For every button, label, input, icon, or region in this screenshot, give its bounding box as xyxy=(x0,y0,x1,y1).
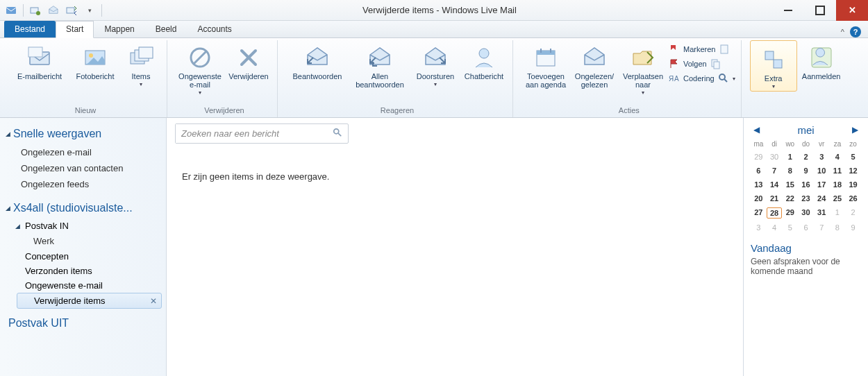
add-calendar-button[interactable]: Toevoegen aan agenda xyxy=(521,40,570,89)
cal-day[interactable]: 1 xyxy=(782,152,798,162)
photo-mail-button[interactable]: Fotobericht xyxy=(71,40,119,80)
cal-day[interactable]: 3 xyxy=(751,223,767,232)
empty-view-message: Er zijn geen items in deze weergave. xyxy=(175,144,735,182)
photo-mail-label: Fotobericht xyxy=(76,72,114,80)
cal-day[interactable]: 7 xyxy=(814,223,830,232)
cal-day[interactable]: 9 xyxy=(845,223,861,232)
prev-month-button[interactable]: ◀ xyxy=(751,123,762,136)
close-icon[interactable]: ✕ xyxy=(150,296,157,306)
qat-new-mail-icon[interactable] xyxy=(27,2,44,19)
nav-drafts[interactable]: Concepten xyxy=(15,249,162,264)
nav-junk-folder[interactable]: Ongewenste e-mail xyxy=(15,278,162,293)
search-box[interactable] xyxy=(175,123,349,144)
qat-reply-icon[interactable] xyxy=(45,2,62,19)
group-actions-label: Acties xyxy=(521,106,737,117)
cal-day[interactable]: 29 xyxy=(751,152,767,162)
cal-day[interactable]: 9 xyxy=(798,166,814,176)
follow-button[interactable]: Volgen xyxy=(667,58,737,70)
help-icon[interactable]: ? xyxy=(850,26,861,37)
new-email-button[interactable]: E-mailbericht xyxy=(8,40,71,80)
nav-unread-mail[interactable]: Ongelezen e-mail xyxy=(6,144,162,160)
nav-unread-contacts[interactable]: Ongelezen van contacten xyxy=(6,160,162,176)
nav-deleted-label: Verwijderde items xyxy=(34,296,106,306)
cal-day[interactable]: 30 xyxy=(767,152,783,162)
search-input[interactable] xyxy=(176,124,327,143)
minimize-button[interactable] xyxy=(772,0,804,21)
cal-day[interactable]: 4 xyxy=(767,223,783,232)
tab-accounts[interactable]: Accounts xyxy=(187,21,242,37)
maximize-button[interactable] xyxy=(804,0,836,21)
cal-day[interactable]: 11 xyxy=(830,166,846,176)
read-unread-button[interactable]: Ongelezen/ gelezen xyxy=(570,40,619,89)
cal-day[interactable]: 22 xyxy=(782,194,798,203)
cal-day[interactable]: 19 xyxy=(845,180,861,189)
search-icon[interactable] xyxy=(327,128,348,140)
cal-day[interactable]: 30 xyxy=(798,207,814,219)
chat-button[interactable]: Chatbericht xyxy=(460,40,508,80)
cal-day[interactable]: 23 xyxy=(798,194,814,203)
title-bar: ▾ Verwijderde items - Windows Live Mail xyxy=(0,0,868,21)
cal-day[interactable]: 28 xyxy=(767,207,783,219)
junk-button[interactable]: Ongewenste e-mail ▾ xyxy=(176,40,224,96)
nav-outbox[interactable]: Postvak UIT xyxy=(6,314,162,334)
cal-day[interactable]: 16 xyxy=(798,180,814,189)
qat-send-receive-icon[interactable] xyxy=(63,2,80,19)
cal-day[interactable]: 18 xyxy=(830,180,846,189)
cal-day[interactable]: 26 xyxy=(845,194,861,203)
cal-day[interactable]: 14 xyxy=(767,180,783,189)
nav-sent[interactable]: Verzonden items xyxy=(15,264,162,278)
new-email-label: E-mailbericht xyxy=(17,72,62,80)
cal-day[interactable]: 29 xyxy=(782,207,798,219)
collapse-ribbon-icon[interactable]: ^ xyxy=(841,28,844,36)
tab-view[interactable]: Beeld xyxy=(145,21,187,37)
tab-folders[interactable]: Mappen xyxy=(94,21,144,37)
quick-views-header[interactable]: ◢ Snelle weergaven xyxy=(6,125,162,144)
tab-file[interactable]: Bestand xyxy=(4,21,56,37)
svg-text:A: A xyxy=(674,75,679,83)
extra-button[interactable]: Extra ▾ xyxy=(752,42,795,89)
cal-day[interactable]: 8 xyxy=(782,166,798,176)
mark-button[interactable]: Markeren xyxy=(667,43,737,55)
cal-day[interactable]: 6 xyxy=(751,166,767,176)
reply-button[interactable]: Beantwoorden xyxy=(286,40,349,80)
move-button[interactable]: Verplaatsen naar ▾ xyxy=(619,40,667,96)
delete-button[interactable]: Verwijderen xyxy=(224,40,273,80)
month-label[interactable]: mei xyxy=(797,124,814,136)
close-button[interactable] xyxy=(836,0,868,21)
nav-deleted-folder[interactable]: Verwijderde items ✕ xyxy=(17,293,162,309)
cal-day[interactable]: 6 xyxy=(798,223,814,232)
nav-unread-feeds[interactable]: Ongelezen feeds xyxy=(6,176,162,192)
cal-day[interactable]: 12 xyxy=(845,166,861,176)
cal-day[interactable]: 31 xyxy=(814,207,830,219)
forward-button[interactable]: Doorsturen ▾ xyxy=(411,40,460,87)
cal-day[interactable]: 5 xyxy=(845,152,861,162)
cal-day[interactable]: 5 xyxy=(782,223,798,232)
cal-day[interactable]: 13 xyxy=(751,180,767,189)
app-menu-icon[interactable] xyxy=(3,2,19,19)
signin-button[interactable]: Aanmelden xyxy=(797,40,846,80)
next-month-button[interactable]: ▶ xyxy=(849,123,861,136)
cal-day[interactable]: 15 xyxy=(782,180,798,189)
nav-inbox[interactable]: ◢ Postvak IN xyxy=(15,219,162,233)
cal-day[interactable]: 2 xyxy=(798,152,814,162)
cal-day[interactable]: 24 xyxy=(814,194,830,203)
cal-day[interactable]: 10 xyxy=(814,166,830,176)
nav-work[interactable]: Werk xyxy=(15,233,162,249)
cal-day[interactable]: 1 xyxy=(830,207,846,219)
cal-day[interactable]: 3 xyxy=(814,152,830,162)
items-button[interactable]: Items ▾ xyxy=(119,40,162,87)
cal-day[interactable]: 2 xyxy=(845,207,861,219)
tab-home[interactable]: Start xyxy=(56,21,94,38)
encoding-button[interactable]: ЯA Codering ▾ xyxy=(667,72,737,85)
cal-day[interactable]: 27 xyxy=(751,207,767,219)
cal-day[interactable]: 8 xyxy=(830,223,846,232)
reply-all-button[interactable]: Allen beantwoorden xyxy=(349,40,411,89)
account-header[interactable]: ◢ Xs4all (studiovisualste... xyxy=(6,199,162,219)
cal-day[interactable]: 17 xyxy=(814,180,830,189)
cal-day[interactable]: 25 xyxy=(830,194,846,203)
qat-customize-icon[interactable]: ▾ xyxy=(81,2,98,19)
cal-day[interactable]: 21 xyxy=(767,194,783,203)
cal-day[interactable]: 20 xyxy=(751,194,767,203)
cal-day[interactable]: 7 xyxy=(767,166,783,176)
cal-day[interactable]: 4 xyxy=(830,152,846,162)
